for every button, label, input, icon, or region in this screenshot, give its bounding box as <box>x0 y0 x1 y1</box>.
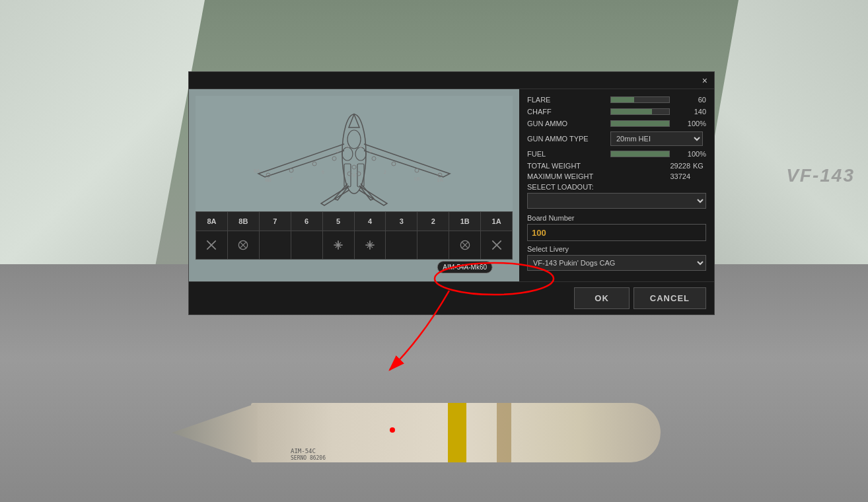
slot-5[interactable] <box>323 231 355 259</box>
slot-header-1b: 1B <box>449 212 481 231</box>
svg-text:8B: 8B <box>265 177 271 183</box>
livery-label: Select Livery <box>527 245 706 253</box>
total-weight-row: TOTAL WEIGHT 29228 KG <box>527 162 706 170</box>
close-button[interactable]: × <box>700 75 710 87</box>
svg-point-9 <box>312 162 316 166</box>
slot-8b[interactable] <box>228 231 260 259</box>
weight-unit-kg: KG <box>693 162 706 170</box>
weapon-slots-wrapper: 8A 8B 7 6 5 4 3 2 1B 1A <box>196 211 513 260</box>
slot-header-4: 4 <box>355 212 386 231</box>
loadout-select[interactable] <box>527 193 706 209</box>
dialog-body: 8A 8B 7 6 5 5 4 4 3 2 1B 1A 8A <box>189 89 714 281</box>
gun-ammo-row: GUN AMMO 100% <box>527 120 706 127</box>
slot-3[interactable] <box>386 231 417 259</box>
fuel-value: 100% <box>676 150 706 158</box>
slot-header-3: 3 <box>386 212 417 231</box>
slot-2[interactable] <box>417 231 449 259</box>
svg-text:6: 6 <box>322 170 324 174</box>
ok-button[interactable]: OK <box>574 287 630 309</box>
svg-point-18 <box>347 130 361 149</box>
board-number-label: Board Number <box>527 214 706 222</box>
fuel-bar-container <box>610 151 670 157</box>
svg-text:7: 7 <box>290 176 293 182</box>
loadout-dialog: × <box>188 71 715 315</box>
missile-label-text: AIM-54C <box>291 448 316 454</box>
fuel-row: FUEL 100% <box>527 150 706 158</box>
svg-point-12 <box>415 168 419 172</box>
slot-icons-row: AIM-54A-Mk60 <box>196 231 513 260</box>
slot-8a[interactable] <box>196 231 228 259</box>
svg-text:4: 4 <box>359 145 362 149</box>
slot-header-5: 5 <box>323 212 355 231</box>
chaff-bar <box>611 109 652 114</box>
chaff-row: CHAFF 140 <box>527 108 706 116</box>
flare-label: FLARE <box>527 96 606 104</box>
slot-header-8b: 8B <box>228 212 260 231</box>
fuel-bar <box>611 151 669 157</box>
aircraft-view: 8A 8B 7 6 5 5 4 4 3 2 1B 1A <box>196 96 513 211</box>
slot-4[interactable] <box>355 231 386 259</box>
livery-section: Select Livery VF-143 Pukin' Dogs CAG <box>527 245 706 271</box>
gun-ammo-bar-container <box>610 120 670 127</box>
slot-7[interactable] <box>260 231 291 259</box>
livery-select[interactable]: VF-143 Pukin' Dogs CAG <box>527 255 706 271</box>
info-panel: FLARE 60 CHAFF 140 GUN AMMO 1 <box>519 89 714 281</box>
weapon-tooltip: AIM-54A-Mk60 <box>437 261 493 273</box>
max-weight-label: MAXIMUM WEIGHT <box>527 172 606 180</box>
fuel-label: FUEL <box>527 150 606 158</box>
dialog-titlebar: × <box>189 72 714 89</box>
svg-text:1B: 1B <box>414 176 420 182</box>
slot-header-6: 6 <box>291 212 323 231</box>
svg-point-2 <box>342 114 366 194</box>
svg-point-15 <box>352 165 356 169</box>
slot-1b[interactable]: AIM-54A-Mk60 <box>449 231 481 259</box>
dialog-footer: OK CANCEL <box>189 281 714 314</box>
slot-header-7: 7 <box>260 212 291 231</box>
slot-header-8a: 8A <box>196 212 228 231</box>
missile-serial: SERNO 86206 <box>291 455 326 461</box>
svg-text:1A: 1A <box>437 177 443 183</box>
gun-ammo-type-label: GUN AMMO TYPE <box>527 135 606 143</box>
flare-value: 60 <box>676 96 706 104</box>
loadout-section: SELECT LOADOUT: <box>527 183 706 209</box>
max-weight-value: 33724 <box>606 172 690 180</box>
svg-text:5: 5 <box>346 145 349 149</box>
board-number-section: Board Number <box>527 214 706 241</box>
max-weight-row: MAXIMUM WEIGHT 33724 <box>527 172 706 180</box>
flare-bar <box>611 97 634 102</box>
aircraft-panel: 8A 8B 7 6 5 5 4 4 3 2 1B 1A 8A <box>189 89 519 281</box>
aircraft-schematic: 8A 8B 7 6 5 5 4 4 3 2 1B 1A <box>212 101 496 207</box>
svg-text:4: 4 <box>353 173 355 178</box>
board-number-input[interactable] <box>527 224 706 241</box>
chaff-label: CHAFF <box>527 108 606 116</box>
svg-text:5: 5 <box>336 149 339 153</box>
svg-text:3: 3 <box>369 149 372 153</box>
slot-1a[interactable] <box>481 231 512 259</box>
svg-text:2: 2 <box>384 170 386 174</box>
gun-ammo-type-select[interactable]: 20mm HEI <box>610 131 703 146</box>
loadout-label: SELECT LOADOUT: <box>527 183 706 191</box>
svg-point-14 <box>372 157 376 161</box>
slot-header-1a: 1A <box>481 212 512 231</box>
gun-ammo-type-row: GUN AMMO TYPE 20mm HEI <box>527 131 706 146</box>
slot-6[interactable] <box>291 231 323 259</box>
svg-point-13 <box>392 162 396 166</box>
flare-bar-container <box>610 96 670 103</box>
svg-point-5 <box>342 147 353 161</box>
missile-body: AIM-54C SERNO 86206 <box>251 403 661 462</box>
vf143-marking: VF-143 <box>786 165 855 186</box>
svg-point-10 <box>332 157 336 161</box>
annotation-dot <box>390 427 395 433</box>
chaff-value: 140 <box>676 108 706 116</box>
slot-headers-row: 8A 8B 7 6 5 4 3 2 1B 1A <box>196 211 513 231</box>
svg-point-8 <box>289 168 293 172</box>
flare-row: FLARE 60 <box>527 96 706 104</box>
svg-point-6 <box>355 147 366 161</box>
total-weight-label: TOTAL WEIGHT <box>527 162 606 170</box>
slot-header-2: 2 <box>417 212 449 231</box>
gun-ammo-bar <box>611 121 669 126</box>
gun-ammo-value: 100% <box>676 120 706 127</box>
cancel-button[interactable]: CANCEL <box>633 287 706 309</box>
chaff-bar-container <box>610 108 670 115</box>
total-weight-value: 29228 <box>606 162 690 170</box>
